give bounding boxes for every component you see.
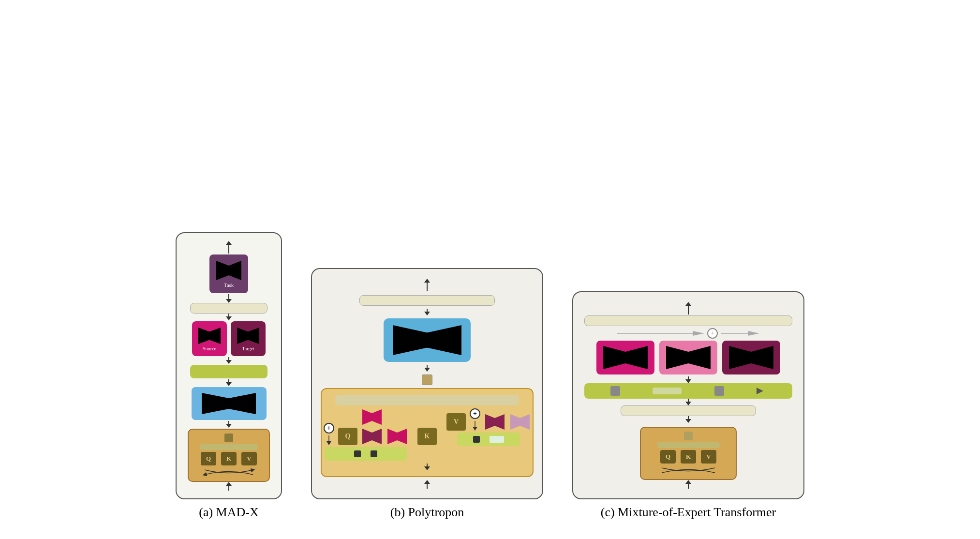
arrow-down-4a [224,379,234,386]
arrow-plus-1b [326,435,332,445]
gray-sq-2c [714,386,724,396]
v-group-b: V + [446,408,531,446]
top-bar-row-c [584,315,792,326]
svg-marker-13 [226,360,232,364]
q-box-c: Q [660,450,676,464]
source-box: Source [192,321,227,356]
arrow-top-a [224,240,234,255]
svg-marker-25 [424,312,430,315]
bowtie-purple1-icon [361,428,383,445]
arrow-top-c [683,301,693,315]
bowtie-row-c [596,341,780,374]
bowtie-target-icon [236,327,260,345]
light-bar-c [653,388,682,394]
arrow-down-5a [224,421,234,428]
svg-marker-19 [226,424,232,428]
k-box-a: K [221,452,237,465]
svg-marker-45 [424,466,430,470]
svg-marker-5 [226,299,232,303]
bottom-top-row-a [224,434,233,442]
plus-circle-2b: + [470,408,480,419]
arrow-down-3a [224,357,234,364]
green-bar-c [584,383,792,399]
panel-c-label: (c) Mixture-of-Expert Transformer [601,505,776,520]
plus-circle-c: + [707,328,718,339]
q-bowtie-row-b: + Q [324,408,408,445]
small-sq-c [684,432,693,440]
v-box-a: V [241,452,257,465]
top-bowtie-b [384,318,471,362]
q-group-b: + Q [324,408,408,461]
gray-bar-c [657,442,720,448]
svg-marker-47 [424,480,430,484]
v-bowtie-row-b: V + [446,408,531,431]
k-group-b: K [417,408,437,445]
top-bar-c [584,315,792,326]
q-plus-col: + [324,423,334,445]
svg-marker-23 [424,279,430,283]
bowtie-source-icon [197,327,222,345]
bowtie-pink-c [596,341,654,374]
bottom-block-c: Q K V [640,427,737,480]
svg-marker-62 [757,388,763,394]
bowtie-pink2-icon [386,428,408,445]
arrow-down-2a [224,314,234,320]
bowtie-lightpink-c-icon [664,344,713,371]
panel-a: Task Source [176,232,282,520]
svg-marker-15 [226,382,232,386]
panel-b-label: (b) Polytropon [390,505,464,520]
mid-bar-c [621,405,756,416]
gray-sq-1c [610,386,620,396]
bowtie-task-icon [215,260,242,281]
small-sq-left1-b [354,450,361,457]
small-sq-right1-b [473,436,480,443]
main-container: Task Source [0,0,980,539]
svg-marker-61 [685,379,691,383]
panel-c: + [572,291,804,520]
arrow-down-1a [224,294,234,303]
svg-marker-7 [226,316,232,320]
green-bar-a [190,365,267,378]
bowtie-top-b-icon [391,323,463,357]
bowtie-dark-c-icon [727,344,775,371]
panel-a-label: (a) MAD-X [199,505,258,520]
svg-marker-31 [327,441,331,445]
bowtie-pink1-icon [361,408,383,426]
k-box-b: K [417,428,437,445]
v-plus-col: + [470,408,480,431]
gray-right-arrow-c [721,329,759,338]
svg-marker-66 [685,419,691,423]
arrow-plus-2b [472,421,478,431]
bowtie-lightpink-c [659,341,717,374]
arrow-down-inner-b [422,464,432,470]
svg-marker-21 [226,482,232,486]
src-tgt-row: Source Target [192,321,266,356]
arrow-in-green-c [757,388,766,394]
svg-marker-53 [748,331,759,336]
small-sq-left2-b [371,450,377,457]
target-label: Target [242,346,254,351]
bottom-top-row-c [684,432,693,440]
qkv-row-c: Q K V [660,450,716,464]
panel-b: + Q [311,268,543,520]
bowtie-mauve-icon [509,413,531,431]
arrow-top-b [422,278,432,292]
bowtie-blue-icon [200,391,258,416]
curved-arrows-a [195,467,263,477]
svg-marker-49 [685,302,691,306]
plus-row-c: + [584,328,792,339]
bowtie-col-1b [361,408,383,445]
bowtie-pink3-icon [484,413,505,431]
k-box-c: K [681,450,696,464]
green-row-right-b [457,433,520,446]
svg-marker-51 [693,331,704,336]
arrow-down-1c [683,376,693,383]
white-sq-b [490,436,504,443]
inner-bar-b [335,395,519,405]
bottom-block-a: Q K V [188,429,270,482]
arrow-bottom-c [683,480,693,490]
svg-marker-68 [685,480,691,484]
small-sq-b [422,374,432,385]
bowtie-pink-c-icon [601,344,650,371]
bar-top-a [190,303,267,314]
